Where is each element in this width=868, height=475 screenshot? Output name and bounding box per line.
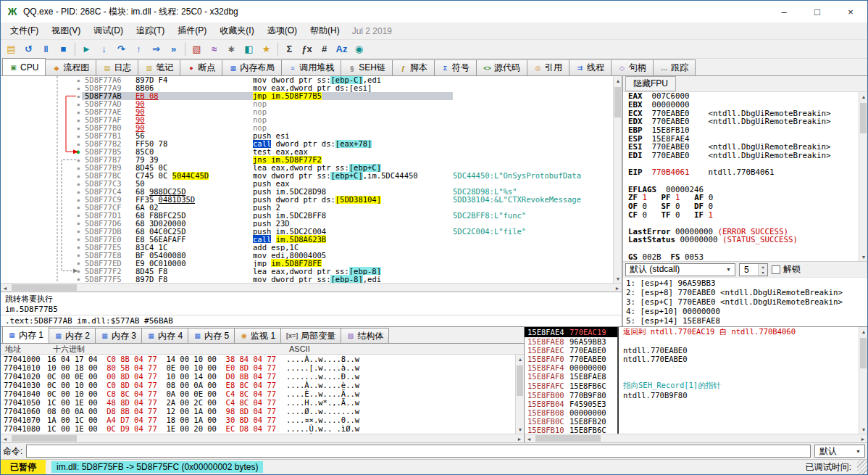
scroll-track[interactable] [9,284,613,292]
scroll-track[interactable] [614,85,622,274]
tab-dump-5[interactable]: ▦内存 5 [188,328,235,343]
register-row[interactable]: EDX 770EABE0 <ntdll.DbgUiRemoteBreakin> [628,117,859,126]
skip-button[interactable]: » [165,41,182,57]
dump-hscrollbar[interactable]: ◄► [1,434,524,442]
register-row[interactable] [628,244,859,253]
dump-row[interactable]: 7704100016 04 17 04 C0 8B 04 77 14 00 10… [1,355,515,363]
tab-watch-1[interactable]: ◉监视 1 [234,328,281,343]
unlock-checkbox[interactable] [772,265,780,274]
command-profile-select[interactable]: 默认 ▼ [814,445,865,458]
argument-row[interactable]: 2: [esp+8] 770EABE0 <ntdll.DbgUiRemoteBr… [626,288,867,297]
command-input[interactable] [26,445,811,458]
disasm-row[interactable]: ●5D8F77AF90nop [1,116,613,124]
tab-cpu[interactable]: ▣CPU [2,58,46,75]
tab-dump-4[interactable]: ▦内存 4 [141,328,188,343]
scroll-up-icon[interactable]: ▲ [859,327,868,336]
scroll-thumb[interactable] [535,435,601,442]
hash-button[interactable]: # [316,41,333,57]
tab-references[interactable]: ◎引用 [527,59,569,75]
tab-seh[interactable]: §SEH链 [341,59,393,75]
scroll-track[interactable] [859,101,867,252]
tab-graph[interactable]: ◆流程图 [45,59,96,75]
disasm-row[interactable]: ●5D8F77CF6A 02push 2 [1,204,613,212]
dump-vscrollbar[interactable]: ▲▼ [515,355,524,434]
open-file-button[interactable]: ▤ [3,41,20,57]
minimize-button[interactable]: – [767,1,801,22]
disasm-row[interactable]: ●5D8F77AD90nop [1,100,613,108]
execute-till-return-button[interactable]: ⇒ [148,41,164,57]
scroll-down-icon[interactable]: ▼ [614,274,622,283]
spinner-buttons[interactable]: ▴ ▾ [758,264,767,276]
scroll-down-icon[interactable]: ▼ [859,252,868,261]
scroll-track[interactable] [859,336,867,425]
report-bug-button[interactable]: ◉ [351,41,367,57]
scroll-up-icon[interactable]: ▲ [516,355,525,363]
disasm-row[interactable]: ●5D8F77DB68 04C0C25Dpush im.5DC2C0045DC2… [1,227,613,235]
hide-fpu-button[interactable]: 隐藏FPU [625,76,676,91]
disassembly-hscrollbar[interactable]: ◄► [1,283,622,292]
disasm-row[interactable]: ●5D8F77D668 3D020000push 23D [1,219,613,227]
step-over-button[interactable]: ↷ [113,41,130,57]
calculator-button[interactable]: Σ [281,41,298,57]
stack-view[interactable]: 15E8FAE4770EAC19返回到 ntdll.770EAC19 自 ntd… [525,327,859,434]
register-row[interactable] [628,177,859,186]
argument-row[interactable]: 1: [esp+4] 96A59BB3 [626,278,867,288]
menu-item-3[interactable]: 追踪(T) [130,22,171,39]
dump-row[interactable]: 770410400C 00 10 00 C8 8C 04 77 0A 00 0E… [1,389,515,398]
disasm-row[interactable]: ●5D8F77C9FF35 0481D35Dpush dword ptr ds:… [1,196,613,204]
register-row[interactable]: EBX 00000000 [628,101,859,110]
tab-trace[interactable]: …跟踪 [653,59,696,75]
stack-row[interactable]: 15E8FAE896A59BB3 [525,337,859,346]
tab-dump-1[interactable]: ▦内存 1 [2,326,49,343]
register-row[interactable]: ZF 1 PF 1 AF 0 [628,194,859,202]
disasm-row[interactable]: ●5D8F77C468 988DC25Dpush im.5DC28D985DC2… [1,188,613,196]
stack-row[interactable]: 15E8FB00770B9F80ntdll.770B9F80 [525,391,859,400]
stack-row[interactable]: 15E8FB04F45905E3 [525,400,859,408]
font-size-button[interactable]: Az [333,41,350,57]
stack-row[interactable]: 15E8FAF815E8FAE8 [525,372,859,381]
dump-row[interactable]: 770410701A 00 1C 00 A4 D7 04 77 18 00 1A… [1,416,515,424]
disasm-row[interactable]: ●5D8F77B98D45 0Clea eax,dword ptr ss:[eb… [1,164,613,172]
scroll-track[interactable] [9,434,515,442]
maximize-button[interactable]: □ [801,1,834,22]
register-row[interactable]: OF 0 SF 0 DF 0 [628,202,859,211]
stack-row[interactable]: 15E8FAF400000000 [525,363,859,372]
step-into-button[interactable]: ↓ [96,41,112,57]
stack-row[interactable]: 15E8FAFC15E8FB6C指向SEH_Record[1]的指针 [525,381,859,391]
tab-notes[interactable]: ▥笔记 [138,59,180,75]
scroll-up-icon[interactable]: ▲ [614,76,622,85]
disasm-row[interactable]: ●5D8F77A98B06mov eax,dword ptr ds:[esi] [1,84,613,92]
scroll-thumb[interactable] [517,365,523,396]
disasm-row[interactable]: ●5D8F77BCC745 0C 5044C45Dmov dword ptr s… [1,172,613,180]
menu-item-1[interactable]: 视图(V) [45,22,87,39]
disasm-row[interactable]: ●5D8F77ABEB 08jmp im.5D8F77B5 [1,92,613,100]
scroll-down-icon[interactable]: ▼ [859,425,868,434]
menu-item-7[interactable]: 帮助(H) [304,22,346,39]
pause-button[interactable]: ‖ [38,41,54,57]
register-row[interactable]: ESP 15E8FAE4 [628,134,859,143]
dump-row[interactable]: 770410801C 00 1E 00 0C D9 04 77 1E 00 20… [1,424,515,433]
function-button[interactable]: ƒx [299,41,315,57]
argument-row[interactable]: 4: [esp+10] 00000000 [626,307,867,316]
stack-vscrollbar[interactable]: ▲▼ [859,327,867,434]
registers-view[interactable]: EAX 007C6000EBX 00000000ECX 770EABE0 <nt… [623,92,859,261]
scroll-track[interactable] [516,363,524,425]
tab-symbols[interactable]: Σ符号 [434,59,477,75]
disasm-row[interactable]: ●5D8F77C350push eax [1,180,613,188]
disasm-row[interactable]: ●5D8F77AE90nop [1,108,613,116]
register-row[interactable] [628,160,859,168]
stack-row[interactable]: 15E8FB0800000000 [525,408,859,417]
tab-dump-3[interactable]: ▦内存 3 [95,328,142,343]
scroll-thumb[interactable] [860,338,867,368]
disasm-row[interactable]: ●5D8F77B779 39jns im.5D8F77F2 [1,156,613,164]
close-button[interactable]: × [834,1,867,22]
favourites-button[interactable]: ★ [258,41,275,57]
tab-locals[interactable]: [x=]局部变量 [280,328,341,343]
disasm-row[interactable]: ●5D8F77F28D45 F8lea eax,dword ptr ss:[eb… [1,267,613,275]
dump-row[interactable]: 770410200C 00 0E 00 00 8D 04 77 10 00 14… [1,372,515,381]
argument-row[interactable]: 5: [esp+14] 15E8FAE8 [626,316,867,326]
disasm-row[interactable]: ●5D8F77E0E8 56EAFAFFcall im.5D8A623B [1,235,613,243]
register-row[interactable]: GS 002B FS 0053 [628,252,859,261]
spinner-up-icon[interactable]: ▴ [759,264,767,270]
register-row[interactable]: LastError 00000000 (ERROR_SUCCESS) [628,228,859,236]
